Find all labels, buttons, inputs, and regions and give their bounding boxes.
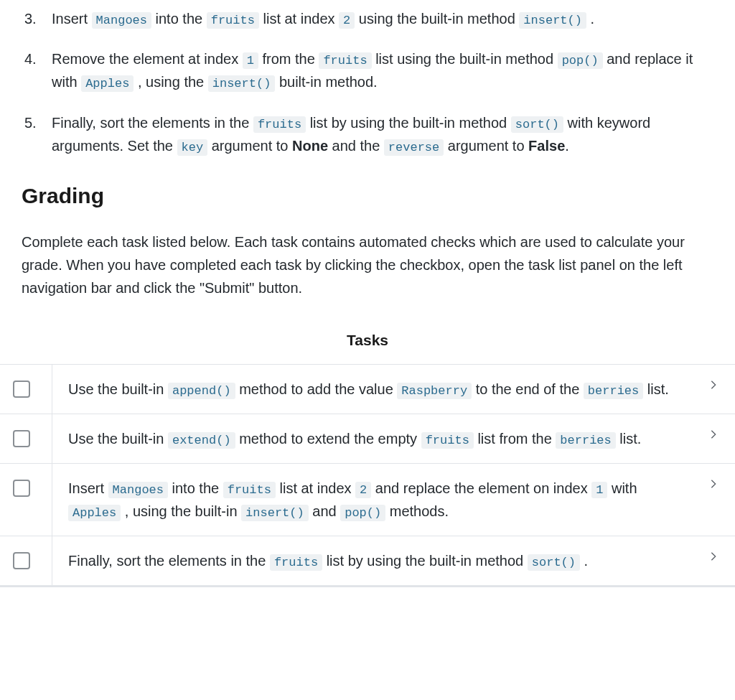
instruction-number: 4.: [24, 47, 37, 70]
inline-code: insert(): [208, 75, 276, 92]
inline-code: extend(): [168, 432, 235, 449]
inline-code: fruits: [421, 432, 474, 449]
task-row[interactable]: Finally, sort the elements in the fruits…: [0, 536, 735, 586]
inline-code: insert(): [241, 505, 309, 521]
grading-heading: Grading: [22, 179, 713, 213]
task-text: Finally, sort the elements in the fruits…: [68, 549, 705, 572]
inline-code: fruits: [253, 116, 306, 133]
inline-code: fruits: [207, 12, 259, 29]
chevron-right-icon[interactable]: [705, 551, 722, 562]
inline-code: reverse: [384, 139, 444, 156]
inline-code: pop(): [340, 505, 385, 521]
inline-code: berries: [584, 383, 643, 399]
task-text: Use the built-in append() method to add …: [68, 378, 705, 401]
task-checkbox[interactable]: [13, 430, 30, 447]
task-row[interactable]: Use the built-in append() method to add …: [0, 364, 735, 414]
chevron-right-icon[interactable]: [705, 478, 722, 490]
inline-code: Apples: [68, 505, 121, 521]
inline-code: 1: [591, 482, 607, 498]
instructions-list: 3.Insert Mangoes into the fruits list at…: [22, 7, 713, 157]
inline-code: fruits: [223, 482, 276, 498]
task-text: Insert Mangoes into the fruits list at i…: [68, 477, 705, 523]
inline-code: Raspberry: [397, 383, 472, 399]
bold-text: False: [528, 138, 565, 154]
inline-code: sort(): [511, 116, 563, 133]
task-divider: [52, 464, 52, 536]
inline-code: Apples: [81, 75, 134, 92]
inline-code: fruits: [319, 52, 371, 69]
inline-code: append(): [168, 383, 235, 399]
inline-code: Mangoes: [108, 482, 168, 498]
inline-code: insert(): [519, 12, 586, 29]
task-row[interactable]: Use the built-in extend() method to exte…: [0, 414, 735, 463]
inline-code: sort(): [528, 554, 580, 571]
task-checkbox[interactable]: [13, 552, 30, 569]
chevron-right-icon[interactable]: [705, 379, 722, 391]
task-row[interactable]: Insert Mangoes into the fruits list at i…: [0, 463, 735, 536]
instruction-number: 5.: [24, 111, 37, 134]
task-checkbox[interactable]: [13, 381, 30, 398]
tasks-header: Tasks: [0, 321, 735, 364]
inline-code: 2: [355, 482, 371, 498]
task-divider: [52, 365, 52, 414]
inline-code: fruits: [270, 554, 322, 571]
inline-code: pop(): [558, 52, 603, 69]
inline-code: berries: [556, 432, 615, 449]
instruction-item: 4.Remove the element at index 1 from the…: [47, 47, 713, 93]
instruction-number: 3.: [24, 7, 37, 30]
tasks-list: Use the built-in append() method to add …: [0, 364, 735, 588]
grading-description: Complete each task listed below. Each ta…: [22, 230, 713, 299]
task-text: Use the built-in extend() method to exte…: [68, 427, 705, 450]
inline-code: key: [177, 139, 208, 156]
bold-text: None: [292, 138, 328, 154]
task-divider: [52, 414, 52, 463]
inline-code: Mangoes: [92, 12, 151, 29]
task-divider: [52, 536, 52, 585]
task-checkbox[interactable]: [13, 480, 30, 497]
instructions-section: 3.Insert Mangoes into the fruits list at…: [0, 0, 735, 299]
chevron-right-icon[interactable]: [705, 429, 722, 440]
inline-code: 2: [339, 12, 355, 29]
inline-code: 1: [243, 52, 258, 69]
instruction-item: 3.Insert Mangoes into the fruits list at…: [47, 7, 713, 30]
instruction-item: 5.Finally, sort the elements in the frui…: [47, 111, 713, 157]
